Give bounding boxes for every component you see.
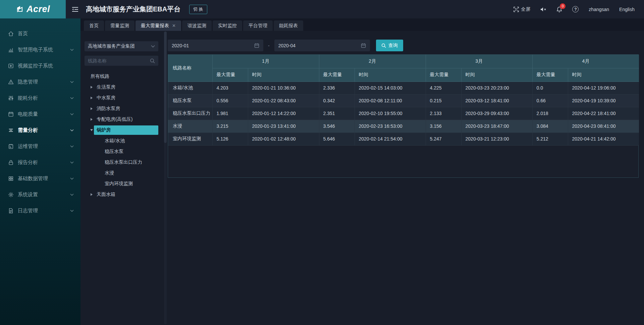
tab-能耗报表[interactable]: 能耗报表	[274, 20, 303, 31]
sidebar-item-lock[interactable]: 报告分析	[0, 154, 80, 170]
start-month-input[interactable]: 2020-01	[168, 40, 263, 51]
tree-node-水箱/水池[interactable]: 水箱/水池	[85, 136, 158, 146]
expand-arrow-icon[interactable]	[89, 118, 94, 121]
chart-icon	[8, 47, 14, 53]
organization-select[interactable]: 高地城市服务产业集团	[85, 41, 158, 51]
line-name-header: 线路名称	[168, 55, 212, 82]
tree-node-label: 生活泵房	[94, 83, 118, 92]
line-name-cell: 水浸	[168, 120, 212, 132]
tree-node-label: 中水泵房	[94, 93, 118, 103]
chevron-down-icon	[151, 45, 155, 48]
tree-node-label: 稳压水泵	[102, 147, 126, 156]
sidebar-item-warning[interactable]: 隐患管理	[0, 74, 80, 90]
table-row: 水浸3.2152020-01-23 13:41:003.5462020-02-2…	[168, 120, 639, 132]
language-switch[interactable]: English	[619, 7, 635, 12]
collapse-sidebar-icon[interactable]	[72, 6, 78, 12]
tab-最大需量报表[interactable]: 最大需量报表✕	[136, 20, 181, 31]
tree-node-消防水泵房[interactable]: 消防水泵房	[85, 103, 158, 114]
time-cell: 2020-02-08 12:11:00	[355, 94, 426, 107]
max-demand-header: 最大需量	[426, 68, 461, 82]
brand-name: Acrel	[26, 4, 50, 14]
demand-cell: 3.084	[532, 120, 568, 132]
sidebar-item-clipboard[interactable]: 运维管理	[0, 138, 80, 154]
tab-平台管理[interactable]: 平台管理	[243, 20, 273, 31]
sidebar-item-label: 运维管理	[18, 143, 38, 150]
username[interactable]: zhangsan	[589, 7, 609, 12]
demand-cell: 4.225	[426, 82, 461, 94]
sidebar-item-label: 系统设置	[18, 192, 38, 198]
tree-node-室内环境监测[interactable]: 室内环境监测	[85, 178, 158, 189]
tab-需量监测[interactable]: 需量监测	[105, 20, 135, 31]
sidebar-item-video[interactable]: 视频监控子系统	[0, 58, 80, 74]
line-name-cell: 室内环境监测	[168, 132, 212, 145]
demand-cell: 5.247	[426, 132, 461, 145]
tab-首页[interactable]: 首页	[84, 20, 104, 31]
expand-arrow-icon[interactable]	[89, 86, 94, 89]
sidebar-item-label: 日志管理	[18, 208, 38, 214]
sidebar-item-label: 需量分析	[18, 127, 38, 133]
sidebar-item-chart[interactable]: 智慧用电子系统	[0, 42, 80, 58]
tree-node-锅炉房[interactable]: 锅炉房	[85, 125, 158, 136]
sidebar-item-home[interactable]: 首页	[0, 25, 80, 42]
table-row: 稳压水泵0.5562020-01-22 08:43:000.3422020-02…	[168, 94, 639, 107]
sidebar-item-label: 报告分析	[18, 159, 38, 166]
table-sub-header-row: 最大需量时间最大需量时间最大需量时间最大需量时间	[168, 68, 639, 82]
time-cell: 2020-01-21 10:36:00	[248, 82, 319, 94]
list-icon	[8, 127, 14, 133]
tree-node-label: 专配电房(高低压)	[94, 115, 135, 124]
end-month-input[interactable]: 2020-04	[274, 40, 370, 51]
close-icon[interactable]: ✕	[172, 23, 176, 28]
grid-icon	[8, 176, 14, 181]
sidebar-item-gear[interactable]: 系统设置	[0, 186, 80, 203]
home-icon	[8, 31, 14, 37]
tree-node-label: 天面水箱	[94, 190, 118, 199]
fullscreen-button[interactable]: 全屏	[514, 6, 530, 12]
sidebar-item-file[interactable]: 日志管理	[0, 203, 80, 219]
sidebar-item-list[interactable]: 需量分析	[0, 122, 80, 138]
max-demand-header: 最大需量	[319, 68, 355, 82]
query-button[interactable]: 查询	[376, 40, 403, 51]
tree-node-label: 室内环境监测	[102, 179, 136, 188]
tab-label: 最大需量报表	[141, 23, 169, 29]
tree-node-稳压水泵出口压力[interactable]: 稳压水泵出口压力	[85, 157, 158, 168]
search-icon	[381, 43, 386, 48]
fullscreen-label: 全屏	[521, 6, 530, 12]
sidebar-item-calendar[interactable]: 电能质量	[0, 106, 80, 122]
tree-node-所有线路[interactable]: 所有线路	[85, 71, 158, 82]
sidebar-item-grid[interactable]: 基础数据管理	[0, 170, 80, 186]
scrollbar[interactable]	[164, 32, 167, 324]
table-row: 水箱/水池4.2032020-01-21 10:36:002.3362020-0…	[168, 82, 639, 94]
switch-button[interactable]: 切 换	[189, 5, 207, 14]
tree-node-中水泵房[interactable]: 中水泵房	[85, 93, 158, 103]
video-icon	[8, 63, 14, 69]
time-header: 时间	[461, 68, 532, 82]
month-header: 4月	[532, 55, 639, 68]
max-demand-header: 最大需量	[212, 68, 248, 82]
mute-button[interactable]	[540, 7, 546, 12]
tab-实时监控[interactable]: 实时监控	[213, 20, 242, 31]
scrollbar-thumb[interactable]	[164, 32, 167, 143]
expand-arrow-icon[interactable]	[89, 97, 94, 99]
sidebar-item-sliders[interactable]: 能耗分析	[0, 90, 80, 106]
demand-cell: 2.351	[319, 107, 355, 120]
tab-谐波监测[interactable]: 谐波监测	[182, 20, 212, 31]
page-title: 高地城市服务产业集团EBA平台	[86, 5, 180, 14]
collapse-arrow-icon[interactable]	[89, 129, 94, 131]
tree-node-生活泵房[interactable]: 生活泵房	[85, 82, 158, 93]
clipboard-icon	[8, 144, 14, 149]
expand-arrow-icon[interactable]	[89, 107, 94, 110]
expand-arrow-icon[interactable]	[89, 193, 94, 196]
tree-node-稳压水泵[interactable]: 稳压水泵	[85, 146, 158, 157]
help-button[interactable]: ?	[572, 6, 579, 12]
tree-node-水浸[interactable]: 水浸	[85, 168, 158, 178]
tree-node-专配电房(高低压)[interactable]: 专配电房(高低压)	[85, 114, 158, 125]
tree-node-label: 锅炉房	[94, 125, 158, 135]
notifications-button[interactable]: 0	[556, 6, 562, 12]
line-name-cell: 稳压水泵出口压力	[168, 107, 212, 120]
acrel-logo-icon	[16, 5, 24, 14]
line-search-input[interactable]	[88, 58, 150, 63]
tree-node-天面水箱[interactable]: 天面水箱	[85, 189, 158, 200]
time-cell: 2020-02-15 14:03:00	[355, 82, 426, 94]
time-cell: 2020-03-23 18:47:00	[461, 120, 532, 132]
search-icon[interactable]	[150, 58, 155, 63]
